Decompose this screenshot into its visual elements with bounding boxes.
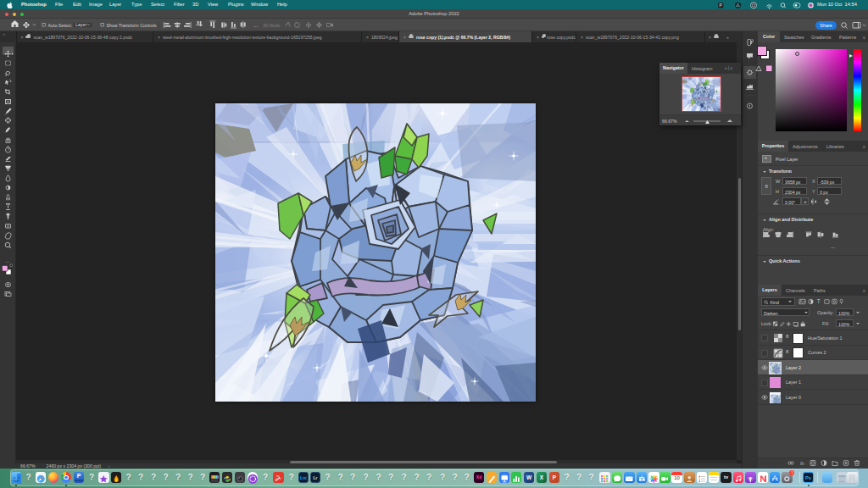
svg-text:Show Transform Controls: Show Transform Controls: [107, 23, 158, 28]
svg-text:Layer: Layer: [75, 22, 86, 27]
svg-text:3D Mode: 3D Mode: [263, 23, 281, 28]
svg-text:...: ...: [253, 22, 259, 28]
svg-text:...: ...: [6, 258, 10, 263]
svg-text:fx: fx: [800, 461, 805, 466]
svg-text:Auto-Select:: Auto-Select:: [48, 23, 73, 28]
svg-text:T: T: [817, 298, 821, 304]
